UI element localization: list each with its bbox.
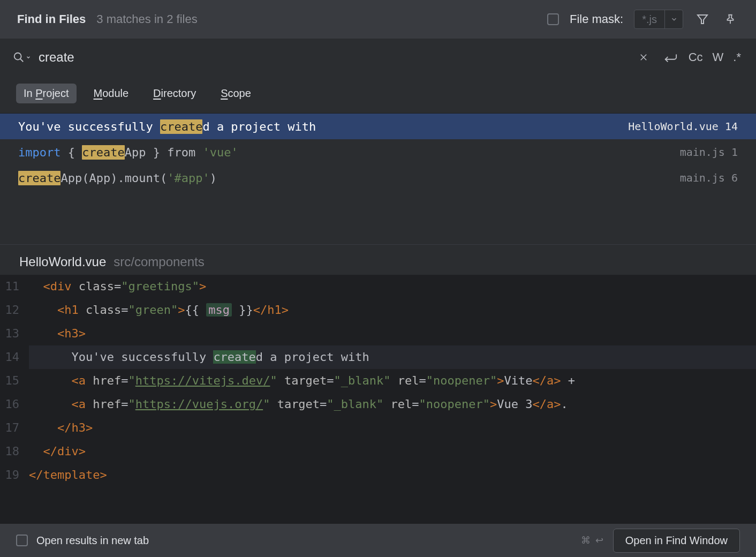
result-row[interactable]: import { createApp } from 'vue'main.js 1	[0, 139, 756, 165]
search-bar: Cc W .*	[0, 39, 756, 76]
scope-tabs: In ProjectModuleDirectoryScope	[0, 76, 756, 113]
scope-tab[interactable]: Scope	[213, 84, 259, 103]
result-file-location: main.js 6	[680, 171, 738, 184]
open-new-tab-checkbox[interactable]	[16, 535, 28, 546]
pin-icon[interactable]	[722, 11, 739, 28]
file-mask-checkbox[interactable]	[547, 13, 559, 25]
open-new-tab-label: Open results in new tab	[36, 535, 149, 547]
results-list: You've successfully created a project wi…	[0, 113, 756, 191]
result-file-location: HelloWorld.vue 14	[628, 120, 738, 133]
file-mask-select[interactable]: *.js	[634, 10, 683, 29]
result-row[interactable]: You've successfully created a project wi…	[0, 114, 756, 139]
filter-icon[interactable]	[694, 11, 711, 28]
regex-toggle[interactable]: .*	[733, 50, 741, 64]
dialog-footer: Open results in new tab ⌘ ↩ Open in Find…	[0, 524, 756, 557]
file-mask-label: File mask:	[570, 12, 623, 26]
chevron-down-icon[interactable]	[664, 10, 683, 28]
shortcut-hint: ⌘ ↩	[581, 535, 604, 546]
clear-icon[interactable]	[635, 49, 652, 66]
file-mask-value: *.js	[634, 10, 664, 28]
newline-icon[interactable]	[662, 49, 679, 66]
svg-marker-0	[698, 15, 707, 24]
dialog-header: Find in Files 3 matches in 2 files File …	[0, 0, 756, 39]
result-row[interactable]: createApp(App).mount('#app')main.js 6	[0, 165, 756, 191]
preview-file-path: src/components	[114, 254, 204, 269]
whole-words-toggle[interactable]: W	[713, 50, 724, 64]
scope-tab[interactable]: In Project	[16, 84, 77, 103]
dialog-title: Find in Files	[17, 12, 86, 26]
preview-file-name: HelloWorld.vue	[19, 254, 106, 269]
match-summary: 3 matches in 2 files	[96, 12, 197, 26]
result-file-location: main.js 1	[680, 146, 738, 159]
svg-line-3	[20, 59, 24, 62]
search-input[interactable]	[39, 50, 628, 65]
search-icon[interactable]	[13, 51, 31, 63]
gutter: 111213141516171819	[0, 275, 25, 524]
preview-header: HelloWorld.vue src/components	[0, 244, 756, 275]
open-find-window-button[interactable]: Open in Find Window	[613, 529, 740, 553]
scope-tab[interactable]: Module	[86, 84, 137, 103]
code-preview[interactable]: 111213141516171819 <div class="greetings…	[0, 275, 756, 524]
match-case-toggle[interactable]: Cc	[689, 50, 703, 64]
code-content[interactable]: <div class="greetings"> <h1 class="green…	[25, 275, 756, 524]
svg-point-2	[14, 53, 21, 60]
scope-tab[interactable]: Directory	[146, 84, 203, 103]
